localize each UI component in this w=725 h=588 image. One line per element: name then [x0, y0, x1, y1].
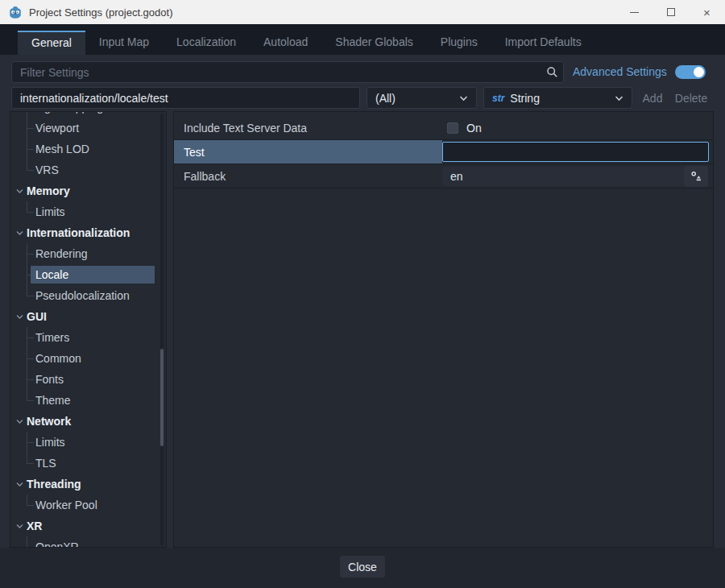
- sidebar-item-locale[interactable]: Locale: [10, 264, 166, 285]
- sidebar-item-openxr[interactable]: OpenXR: [10, 536, 166, 547]
- include-text-server-data-checkbox[interactable]: [447, 122, 458, 134]
- sidebar-item-rendering[interactable]: Rendering: [10, 243, 166, 264]
- sidebar-item-label: Worker Pool: [35, 499, 97, 511]
- sidebar-item-vrs[interactable]: VRS: [10, 159, 166, 180]
- sidebar-item-label: Pseudolocalization: [35, 289, 130, 302]
- titlebar: Project Settings (project.godot) ×: [0, 0, 725, 24]
- tree-branch-line: [27, 536, 27, 547]
- sidebar-item-label: Limits: [35, 205, 65, 218]
- project-settings-window: Project Settings (project.godot) × Gener…: [0, 0, 725, 588]
- add-property-button[interactable]: Add: [635, 87, 670, 109]
- test-value-input[interactable]: [442, 142, 709, 162]
- godot-logo-icon: [8, 5, 23, 19]
- magnifier-icon: [546, 66, 558, 78]
- fallback-locale-select-button[interactable]: [684, 166, 708, 187]
- sidebar-item-mesh-lod[interactable]: Mesh LOD: [10, 139, 166, 159]
- sidebar-item-label: Common: [35, 352, 81, 365]
- sidebar-item-internationalization[interactable]: Internationalization: [10, 222, 166, 243]
- sidebar-item-theme[interactable]: Theme: [10, 390, 166, 411]
- chevron-down-icon: [16, 230, 23, 236]
- chevron-down-icon: [16, 188, 23, 194]
- minimize-button[interactable]: [616, 0, 652, 24]
- sidebar-item-label: Lightmapping: [35, 112, 103, 114]
- sidebar-item-label: Theme: [35, 394, 71, 407]
- tab-localization[interactable]: Localization: [163, 31, 250, 55]
- close-dialog-button[interactable]: Close: [340, 556, 385, 578]
- dialog-footer: Close: [0, 548, 725, 588]
- filter-settings-input[interactable]: [11, 61, 564, 83]
- type-select[interactable]: str String: [483, 87, 632, 109]
- tree-branch-tick: [27, 505, 34, 506]
- tab-import-defaults[interactable]: Import Defaults: [491, 31, 595, 55]
- sidebar-item-fonts[interactable]: Fonts: [10, 369, 166, 390]
- sidebar-item-label: Memory: [27, 184, 70, 197]
- sidebar-item-tls[interactable]: TLS: [10, 453, 166, 474]
- sidebar-item-label: Threading: [27, 478, 81, 491]
- advanced-settings-toggle[interactable]: [675, 65, 706, 79]
- property-path-input[interactable]: [11, 87, 360, 109]
- feature-filter-value: (All): [375, 92, 396, 105]
- property-editor-pane: Include Text Server Data On Test Fallbac…: [173, 111, 714, 548]
- sidebar-item-limits[interactable]: Limits: [10, 432, 166, 453]
- window-title: Project Settings (project.godot): [29, 6, 172, 19]
- tab-shader-globals[interactable]: Shader Globals: [321, 31, 427, 55]
- minimize-icon: [630, 12, 639, 13]
- locale-edit-icon: [690, 171, 702, 183]
- property-row-include-text-server-data: Include Text Server Data On: [174, 116, 713, 140]
- chevron-down-icon: [16, 419, 23, 424]
- tree-branch-line: [27, 159, 27, 170]
- tree-branch-tick: [27, 128, 34, 129]
- tree-branch-tick: [27, 463, 34, 464]
- tab-plugins[interactable]: Plugins: [427, 31, 491, 55]
- sidebar-item-pseudolocalization[interactable]: Pseudolocalization: [10, 285, 166, 306]
- tree-branch-tick: [27, 212, 34, 213]
- sidebar-item-limits[interactable]: Limits: [10, 201, 166, 222]
- tree-branch-tick: [27, 337, 34, 338]
- sidebar-item-label: Mesh LOD: [35, 143, 89, 155]
- sidebar-item-label: Internationalization: [27, 226, 130, 239]
- sidebar-item-worker-pool[interactable]: Worker Pool: [10, 495, 166, 516]
- chevron-down-icon: [615, 95, 624, 101]
- tree-branch-tick: [27, 358, 34, 359]
- sidebar-item-common[interactable]: Common: [10, 348, 166, 369]
- fallback-value-input[interactable]: [442, 167, 684, 186]
- chevron-down-icon: [16, 524, 23, 529]
- sidebar-scrollbar[interactable]: [160, 114, 164, 545]
- tab-input-map[interactable]: Input Map: [85, 31, 163, 55]
- tree-branch-line: [27, 201, 27, 212]
- toggle-knob: [694, 67, 704, 77]
- sidebar-item-label: Limits: [35, 436, 65, 449]
- delete-property-button[interactable]: Delete: [672, 87, 710, 109]
- tab-autoload[interactable]: Autoload: [250, 31, 321, 55]
- tree-branch-line: [27, 453, 27, 463]
- close-window-button[interactable]: ×: [689, 0, 725, 24]
- tab-general[interactable]: General: [18, 31, 85, 55]
- tree-branch-tick: [27, 149, 34, 150]
- tree-branch-line: [27, 495, 27, 505]
- checkbox-on-label: On: [466, 122, 482, 135]
- feature-filter-select[interactable]: (All): [367, 87, 477, 109]
- tab-bar: GeneralInput MapLocalizationAutoloadShad…: [0, 24, 725, 55]
- sidebar-item-network[interactable]: Network: [10, 411, 166, 432]
- maximize-button[interactable]: [652, 0, 689, 24]
- sidebar-item-viewport[interactable]: Viewport: [10, 118, 166, 139]
- tree-branch-tick: [27, 400, 34, 401]
- sidebar-item-label: Fonts: [35, 373, 64, 386]
- sidebar-item-xr[interactable]: XR: [10, 516, 166, 536]
- tree-branch-line: [27, 390, 27, 400]
- sidebar-item-label: GUI: [27, 310, 47, 323]
- sidebar-item-label: Viewport: [35, 122, 79, 135]
- sidebar-item-gui[interactable]: GUI: [10, 306, 166, 327]
- property-label: Test: [174, 140, 442, 164]
- sidebar-scrollbar-thumb[interactable]: [160, 349, 164, 446]
- tree-branch-tick: [27, 379, 34, 380]
- property-row-test: Test: [174, 140, 713, 164]
- chevron-down-icon: [16, 314, 23, 320]
- sidebar-item-memory[interactable]: Memory: [10, 180, 166, 201]
- tree-branch-tick: [27, 170, 34, 171]
- advanced-settings-label: Advanced Settings: [573, 65, 667, 78]
- sidebar-item-lightmapping[interactable]: Lightmapping: [10, 112, 166, 118]
- sidebar-item-timers[interactable]: Timers: [10, 327, 166, 348]
- settings-category-tree: LightmappingViewportMesh LODVRSMemoryLim…: [10, 111, 167, 548]
- sidebar-item-threading[interactable]: Threading: [10, 474, 166, 495]
